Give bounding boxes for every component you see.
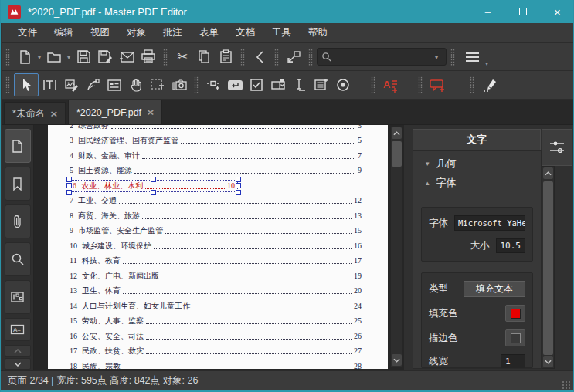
menu-item[interactable]: 批注: [155, 23, 191, 42]
toc-entry[interactable]: 2综合政务3: [70, 125, 362, 131]
toc-row[interactable]: 16公安、安全、司法26: [70, 329, 362, 344]
email-button[interactable]: [116, 46, 138, 68]
stroke-color-button[interactable]: [505, 329, 525, 346]
selection-handle[interactable]: [236, 190, 241, 195]
tab-close-icon[interactable]: ×: [51, 108, 58, 120]
selection-handle[interactable]: [66, 177, 72, 182]
scroll-down-button[interactable]: [392, 354, 402, 366]
cut-button[interactable]: ✂: [172, 46, 193, 68]
fit-window-button[interactable]: [283, 46, 304, 68]
toc-entry[interactable]: 15劳动、人事、监察25: [70, 316, 362, 326]
add-link-tool-button[interactable]: [202, 74, 224, 96]
menubar[interactable]: 文件编辑视图对象批注表单文档工具帮助: [2, 23, 574, 43]
menu-item[interactable]: 文件: [9, 23, 46, 42]
panel-scrollbar[interactable]: [542, 166, 555, 369]
line-width-field[interactable]: 1: [501, 354, 525, 369]
menu-item[interactable]: 工具: [263, 23, 300, 42]
print-button[interactable]: [138, 46, 159, 68]
sidebar-attachments-button[interactable]: [5, 204, 31, 238]
toolbar-drag-handle[interactable]: [470, 76, 474, 93]
document-scrollbar[interactable]: [390, 126, 403, 367]
new-document-dropdown[interactable]: ▾: [36, 46, 43, 68]
toc-entry[interactable]: 16公安、安全、司法26: [70, 331, 362, 342]
selection-handle[interactable]: [151, 177, 156, 182]
toc-row[interactable]: 6农业、林业、水利10: [70, 178, 362, 194]
text-field-button[interactable]: [289, 74, 311, 96]
marker-tool-button[interactable]: [478, 74, 500, 96]
menu-item[interactable]: 表单: [191, 23, 227, 42]
sidebar-pages-button[interactable]: [5, 129, 31, 163]
menu-item[interactable]: 对象: [118, 23, 155, 42]
search-dropdown[interactable]: ▾: [431, 46, 442, 68]
toc-row[interactable]: 4财政、金融、审计7: [70, 148, 362, 164]
selection-handle[interactable]: [236, 183, 241, 188]
search-input[interactable]: [331, 52, 431, 63]
back-button[interactable]: [249, 46, 270, 68]
select-tool-button[interactable]: [14, 73, 39, 96]
toc-row[interactable]: 15劳动、人事、监察25: [70, 314, 362, 329]
toc-row[interactable]: 12文化、广电、新闻出版19: [70, 269, 362, 284]
window-resize-grip[interactable]: [562, 380, 571, 390]
toolbar-drag-handle[interactable]: [240, 49, 245, 66]
toolbar-drag-handle[interactable]: [194, 76, 199, 93]
toc-entry[interactable]: 13卫生、体育20: [70, 286, 362, 296]
tab-untitled[interactable]: *未命名 ×: [4, 102, 66, 124]
toc-row[interactable]: 18民族、宗教28: [70, 359, 362, 369]
panel-scroll-down-button[interactable]: [543, 356, 553, 367]
checkbox-field-button[interactable]: [246, 74, 267, 96]
toolbar-drag-handle[interactable]: [450, 49, 455, 66]
tab-close-icon[interactable]: ×: [147, 106, 154, 118]
section-geometry[interactable]: ▾ 几何: [413, 151, 541, 171]
toolbar-drag-handle[interactable]: [274, 49, 279, 66]
toc-row[interactable]: 2综合政务3: [70, 125, 362, 133]
save-button[interactable]: [73, 46, 94, 68]
open-button[interactable]: [43, 46, 65, 68]
toc-entry[interactable]: 3国民经济管理、国有资产监管5: [70, 135, 362, 146]
scrollbar-thumb[interactable]: [392, 141, 402, 167]
menu-item[interactable]: 帮助: [300, 23, 336, 42]
toc-entry[interactable]: 7工业、交通12: [70, 195, 362, 206]
sidebar-search-button[interactable]: [5, 242, 31, 276]
edit-text-tool-button[interactable]: [39, 74, 60, 96]
pdf-page-canvas[interactable]: 2综合政务33国民经济管理、国有资产监管54财政、金融、审计75国土资源、能源9…: [48, 125, 388, 369]
font-family-field[interactable]: Microsoft YaHei: [454, 215, 525, 231]
scroll-up-button[interactable]: [392, 127, 402, 139]
toolbar-drag-handle[interactable]: [5, 76, 10, 93]
toc-entry[interactable]: 18民族、宗教28: [70, 361, 362, 369]
type-dropdown[interactable]: 填充文本: [464, 281, 525, 297]
selection-handle[interactable]: [66, 190, 72, 195]
new-document-button[interactable]: [14, 46, 36, 68]
tab-2020-pdf[interactable]: *2020_PDF.pdf ×: [68, 100, 162, 124]
toc-row[interactable]: 5国土资源、能源9: [70, 164, 362, 179]
sidebar-bookmarks-button[interactable]: [5, 167, 31, 201]
toolbar-drag-handle[interactable]: [163, 49, 168, 66]
toc-row[interactable]: 13卫生、体育20: [70, 284, 362, 299]
sidebar-scroll-up-button[interactable]: [5, 345, 31, 357]
open-dropdown[interactable]: ▾: [65, 46, 73, 68]
toolbar-drag-handle[interactable]: [308, 49, 313, 66]
toc-row[interactable]: 10城乡建设、环境保护16: [70, 238, 362, 254]
toc-row[interactable]: 7工业、交通12: [70, 194, 362, 209]
paste-button[interactable]: [215, 46, 236, 68]
menu-item[interactable]: 文档: [227, 23, 263, 42]
menu-item[interactable]: 视图: [82, 23, 118, 42]
toc-row[interactable]: 11科技、教育17: [70, 254, 362, 269]
toc-row[interactable]: 9市场监管、安全生产监管15: [70, 224, 362, 239]
copy-button[interactable]: [193, 46, 215, 68]
sidebar-signature-button[interactable]: A=: [5, 318, 31, 341]
toc-entry[interactable]: 17民政、扶贫、救灾27: [70, 346, 362, 357]
listbox-field-button[interactable]: [311, 74, 332, 96]
combobox-field-button[interactable]: [267, 74, 289, 96]
push-button-field-button[interactable]: [224, 74, 246, 96]
sidebar-form-fields-button[interactable]: [5, 280, 31, 314]
minimize-button[interactable]: −: [470, 0, 505, 23]
panel-scrollbar-thumb[interactable]: [543, 181, 553, 355]
snapshot-tool-button[interactable]: [168, 74, 190, 96]
toc-row[interactable]: 17民政、扶贫、救灾27: [70, 344, 362, 360]
selection-handle[interactable]: [236, 177, 241, 182]
toc-entry[interactable]: 10城乡建设、环境保护16: [70, 241, 362, 252]
toc-entry-selected[interactable]: 6农业、林业、水利10: [70, 180, 238, 192]
toc-entry[interactable]: 4财政、金融、审计7: [70, 150, 362, 161]
toc-entry[interactable]: 11科技、教育17: [70, 255, 362, 266]
toc-entry[interactable]: 9市场监管、安全生产监管15: [70, 225, 362, 236]
